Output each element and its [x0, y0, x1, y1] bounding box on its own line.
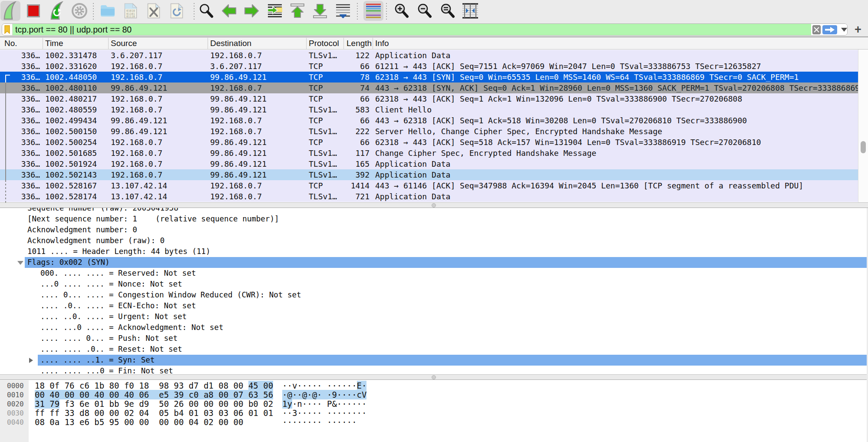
- scrollbar-thumb[interactable]: [861, 141, 866, 153]
- colorize-button[interactable]: [363, 1, 383, 21]
- column-header-time[interactable]: Time: [45, 38, 108, 49]
- packet-row[interactable]: 336…1002.331620192.168.0.73.6.207.117TCP…: [0, 61, 858, 72]
- first-packet-button[interactable]: [287, 1, 307, 21]
- packet-list-scrollbar[interactable]: [858, 49, 868, 203]
- column-separator[interactable]: [43, 38, 43, 49]
- pane-splitter-bottom[interactable]: [0, 374, 868, 380]
- capture-options-button[interactable]: [69, 1, 89, 21]
- hex-ascii[interactable]: ··v····· ······E·: [282, 381, 366, 390]
- hex-bytes[interactable]: 00 40 00 00 40 00 40 06 e5 39 c0 a8 00 0…: [35, 390, 273, 399]
- resize-columns-button[interactable]: [460, 1, 480, 21]
- detail-line[interactable]: 1011 .... = Header Length: 44 bytes (11): [0, 246, 868, 257]
- restart-capture-button[interactable]: [46, 1, 66, 21]
- hex-ascii[interactable]: 1y·n···· P&······: [282, 399, 366, 409]
- column-separator[interactable]: [343, 38, 344, 49]
- hex-bytes[interactable]: ff ff 33 d8 00 00 02 04 05 b4 01 03 03 0…: [35, 409, 273, 418]
- zoom-reset-button[interactable]: [438, 1, 458, 21]
- cell-src: 192.168.0.7: [111, 158, 162, 169]
- detail-line[interactable]: .... .0.. .... = ECN-Echo: Not set: [0, 300, 868, 311]
- packet-row[interactable]: 336…1002.480559192.168.0.799.86.49.121TL…: [0, 104, 858, 115]
- column-header-destination[interactable]: Destination: [210, 38, 306, 49]
- cell-dst: 192.168.0.7: [210, 115, 262, 126]
- packet-row[interactable]: 336…1002.480217192.168.0.799.86.49.121TC…: [0, 93, 858, 104]
- close-file-button[interactable]: [144, 1, 164, 21]
- filter-field[interactable]: tcp.port == 80 || udp.port == 80: [13, 24, 811, 35]
- find-packet-button[interactable]: [196, 1, 216, 21]
- filter-bookmark-button[interactable]: [2, 24, 13, 35]
- packet-row[interactable]: 336…1002.48011099.86.49.121192.168.0.7TC…: [0, 82, 858, 93]
- hex-ascii[interactable]: ·@··@·@· ·9····cV: [282, 390, 366, 399]
- packet-row[interactable]: 336…1002.52817413.107.42.14192.168.0.7TL…: [0, 191, 858, 202]
- detail-line[interactable]: Sequence number (raw): 2005041958: [0, 208, 868, 214]
- stop-capture-button[interactable]: [23, 1, 43, 21]
- detail-line[interactable]: .... .... 0... = Push: Not set: [0, 333, 868, 344]
- hex-bytes[interactable]: 31 79 f3 6e 01 bb 9e d9 50 26 00 00 00 0…: [35, 399, 273, 409]
- detail-line[interactable]: .... ...0 .... = Acknowledgment: Not set: [0, 322, 868, 333]
- hex-bytes[interactable]: 08 0a 13 e6 b5 95 00 00 00 00 04 02 00 0…: [35, 418, 243, 427]
- packet-row[interactable]: 336…1002.52816713.107.42.14192.168.0.7TC…: [0, 180, 858, 191]
- column-separator[interactable]: [373, 38, 373, 49]
- detail-line[interactable]: Acknowledgment number: 0: [0, 224, 868, 235]
- column-separator[interactable]: [208, 38, 208, 49]
- packet-row[interactable]: 336…1002.500254192.168.0.799.86.49.121TC…: [0, 137, 858, 148]
- add-filter-button[interactable]: +: [852, 23, 864, 36]
- column-separator[interactable]: [108, 38, 109, 49]
- apply-filter-button[interactable]: [822, 25, 837, 34]
- packet-row[interactable]: 336…1002.502143192.168.0.799.86.49.121TL…: [0, 169, 858, 180]
- hex-row[interactable]: 0030ff ff 33 d8 00 00 02 04 05 b4 01 03 …: [0, 409, 868, 418]
- start-capture-button[interactable]: [0, 1, 20, 21]
- detail-line[interactable]: Acknowledgment number (raw): 0: [0, 235, 868, 246]
- column-header-no[interactable]: No.: [4, 38, 42, 49]
- detail-line[interactable]: .... .... ...0 = Fin: Not set: [0, 366, 868, 374]
- zoom-in-button[interactable]: [392, 1, 412, 21]
- previous-packet-button[interactable]: [219, 1, 239, 21]
- hex-row[interactable]: 004008 0a 13 e6 b5 95 00 00 00 00 04 02 …: [0, 418, 868, 427]
- packet-row[interactable]: 336…1002.49943499.86.49.121192.168.0.7TC…: [0, 115, 858, 126]
- hex-bytes[interactable]: 18 0f 76 c6 1b 80 f0 18 98 93 d7 d1 08 0…: [35, 381, 273, 390]
- detail-line[interactable]: 000. .... .... = Reserved: Not set: [0, 268, 868, 279]
- hex-row[interactable]: 000018 0f 76 c6 1b 80 f0 18 98 93 d7 d1 …: [0, 381, 868, 390]
- packet-row[interactable]: 336…1002.501685192.168.0.799.86.49.121TL…: [0, 148, 858, 158]
- column-header-info[interactable]: Info: [375, 38, 858, 49]
- packet-row[interactable]: 336…1002.50015099.86.49.121192.168.0.7TL…: [0, 126, 858, 137]
- display-filter-input[interactable]: tcp.port == 80 || udp.port == 80: [2, 23, 848, 36]
- hex-ascii[interactable]: ··3····· ········: [282, 409, 366, 418]
- next-packet-button[interactable]: [241, 1, 261, 21]
- hex-row[interactable]: 002031 79 f3 6e 01 bb 9e d9 50 26 00 00 …: [0, 399, 868, 409]
- hex-ascii[interactable]: ········ ······: [282, 418, 357, 427]
- detail-line[interactable]: .... ..0. .... = Urgent: Not set: [0, 311, 868, 322]
- auto-scroll-button[interactable]: [333, 1, 353, 21]
- go-to-packet-button[interactable]: [265, 1, 285, 21]
- cell-src: 13.107.42.14: [111, 191, 167, 202]
- packet-row[interactable]: 336…1002.3314783.6.207.117192.168.0.7TLS…: [0, 50, 858, 61]
- reload-document-icon: [170, 3, 183, 19]
- expand-arrow-down-icon[interactable]: [17, 261, 23, 265]
- expand-arrow-right-icon[interactable]: [29, 358, 33, 363]
- detail-line[interactable]: ...0 .... .... = Nonce: Not set: [0, 279, 868, 290]
- detail-text: .... .... ...0 = Fin: Not set: [40, 366, 173, 374]
- filter-dropdown-caret[interactable]: [841, 28, 847, 32]
- last-packet-button[interactable]: [310, 1, 330, 21]
- save-file-button[interactable]: 010100110101110: [121, 1, 141, 21]
- column-header-length[interactable]: Length: [347, 38, 372, 49]
- column-separator[interactable]: [306, 38, 307, 49]
- clear-filter-button[interactable]: [812, 25, 821, 34]
- filter-expression-text[interactable]: tcp.port == 80 || udp.port == 80: [13, 25, 132, 35]
- pane-splitter-top[interactable]: [0, 202, 868, 208]
- column-header-protocol[interactable]: Protocol: [309, 38, 343, 49]
- open-file-button[interactable]: [98, 1, 118, 21]
- zoom-out-button[interactable]: [415, 1, 435, 21]
- detail-line[interactable]: [Next sequence number: 1 (relative seque…: [0, 214, 868, 224]
- detail-text: .... .... 0... = Push: Not set: [40, 333, 178, 344]
- detail-line[interactable]: .... .... .0.. = Reset: Not set: [0, 344, 868, 355]
- cell-len: 1414: [321, 180, 370, 191]
- column-header-source[interactable]: Source: [111, 38, 207, 49]
- detail-line[interactable]: Flags: 0x002 (SYN): [0, 257, 868, 268]
- reload-file-button[interactable]: [167, 1, 187, 21]
- packet-row[interactable]: 336…1002.501924192.168.0.799.86.49.121TL…: [0, 158, 858, 169]
- hex-row[interactable]: 001000 40 00 00 40 00 40 06 e5 39 c0 a8 …: [0, 390, 868, 399]
- packet-row[interactable]: 336…1002.448050192.168.0.799.86.49.121TC…: [0, 72, 858, 82]
- detail-line[interactable]: .... .... ..1. = Syn: Set: [0, 355, 868, 366]
- filter-bar: tcp.port == 80 || udp.port == 80: [0, 23, 868, 37]
- detail-line[interactable]: .... 0... .... = Congestion Window Reduc…: [0, 290, 868, 300]
